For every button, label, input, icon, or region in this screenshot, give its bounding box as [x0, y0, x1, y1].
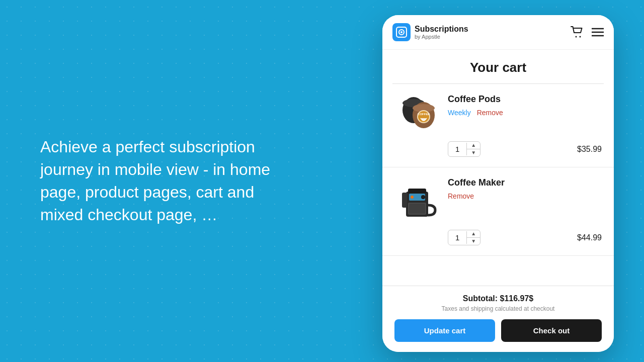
footer-buttons: Update cart Check out: [394, 319, 602, 342]
cart-title: Your cart: [382, 50, 614, 83]
checkout-button[interactable]: Check out: [501, 319, 602, 342]
coffee-maker-quantity-stepper[interactable]: 1 ▲ ▼: [448, 230, 480, 245]
coffee-maker-price: $44.99: [577, 233, 602, 242]
coffee-pods-details: Coffee Pods Weekly Remove: [448, 94, 602, 117]
left-panel: Achieve a perfect subscription journey i…: [0, 106, 312, 256]
svg-point-3: [576, 36, 577, 38]
header-icons: [571, 26, 604, 38]
coffee-maker-name: Coffee Maker: [448, 177, 602, 188]
svg-point-2: [400, 31, 403, 33]
coffee-pods-remove[interactable]: Remove: [477, 109, 503, 117]
cart-item-coffee-pods: COFFEE Coffee Pods Weekly Remove 1: [382, 84, 614, 167]
svg-text:COFFEE: COFFEE: [418, 113, 430, 116]
maker-qty-up-arrow[interactable]: ▲: [467, 230, 480, 238]
coffee-maker-bottom: 1 ▲ ▼ $44.99: [394, 230, 602, 245]
coffee-pods-quantity-stepper[interactable]: 1 ▲ ▼: [448, 141, 480, 157]
maker-qty-down-arrow[interactable]: ▼: [467, 238, 480, 245]
cart-footer: Subtotal: $116.97$ Taxes and shipping ca…: [382, 286, 614, 352]
svg-point-4: [580, 36, 581, 38]
brand-name: Subscriptions: [415, 25, 468, 34]
logo-icon: [392, 23, 411, 41]
coffee-maker-details: Coffee Maker Remove: [448, 177, 602, 200]
logo-text: Subscriptions by Appstle: [415, 25, 468, 40]
coffee-maker-remove[interactable]: Remove: [448, 192, 474, 200]
menu-icon-button[interactable]: [592, 28, 604, 37]
coffee-pods-qty-value: 1: [448, 143, 467, 155]
coffee-pods-actions: Weekly Remove: [448, 109, 602, 117]
app-logo: Subscriptions by Appstle: [392, 23, 468, 41]
qty-arrows-maker: ▲ ▼: [467, 230, 480, 245]
cart-item-coffee-maker: Coffee Maker Remove 1 ▲ ▼ $44.99: [382, 167, 614, 256]
update-cart-button[interactable]: Update cart: [394, 319, 495, 342]
mobile-frame: Subscriptions by Appstle: [382, 15, 614, 352]
coffee-pods-image: COFFEE: [394, 94, 440, 134]
cart-item-top: COFFEE Coffee Pods Weekly Remove: [394, 94, 602, 134]
svg-rect-16: [408, 189, 426, 194]
cart-item-top-maker: Coffee Maker Remove: [394, 177, 602, 223]
app-header: Subscriptions by Appstle: [382, 15, 614, 50]
coffee-maker-qty-value: 1: [448, 231, 467, 244]
coffee-pods-price: $35.99: [577, 145, 602, 154]
svg-rect-18: [409, 204, 425, 214]
qty-arrows: ▲ ▼: [467, 142, 480, 156]
qty-down-arrow[interactable]: ▼: [467, 149, 480, 156]
qty-up-arrow[interactable]: ▲: [467, 142, 480, 149]
weekly-tag[interactable]: Weekly: [448, 109, 471, 117]
coffee-maker-actions: Remove: [448, 192, 602, 200]
svg-point-22: [422, 196, 425, 199]
coffee-pods-bottom: 1 ▲ ▼ $35.99: [394, 141, 602, 157]
tax-note: Taxes and shipping calculated at checkou…: [394, 305, 602, 312]
svg-rect-19: [402, 193, 407, 208]
svg-point-23: [411, 196, 414, 199]
coffee-pods-name: Coffee Pods: [448, 94, 602, 105]
brand-sub: by Appstle: [415, 34, 468, 40]
tagline-text: Achieve a perfect subscription journey i…: [40, 136, 272, 226]
subtotal-line: Subtotal: $116.97$: [394, 294, 602, 303]
cart-content: Your cart: [382, 50, 614, 286]
cart-icon-button[interactable]: [571, 26, 584, 38]
coffee-maker-image: [394, 177, 440, 223]
